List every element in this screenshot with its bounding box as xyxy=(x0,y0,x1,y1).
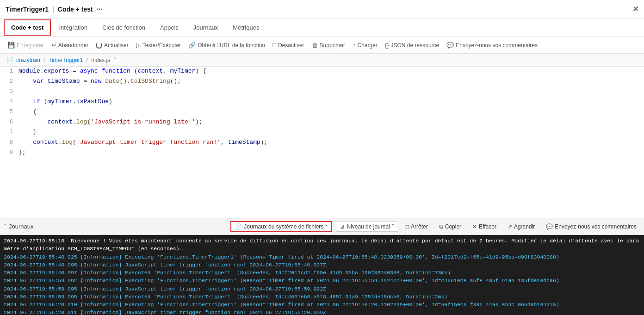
copy-button[interactable]: ⧉ Copier xyxy=(435,222,465,231)
code-line-6: 6 context.log('JavaScript is running lat… xyxy=(0,117,644,128)
tab-journaux[interactable]: Journaux xyxy=(186,20,225,35)
copy-label: Copier xyxy=(445,223,461,230)
desactiver-button[interactable]: □ Désactiver xyxy=(269,40,308,50)
expand-label: Agrandir xyxy=(514,223,535,230)
json-icon: {} xyxy=(385,42,389,49)
log-section-title[interactable]: ˅ Journaux xyxy=(4,223,33,230)
erase-icon: ✕ xyxy=(472,223,477,230)
stop-button[interactable]: □ Arrêter xyxy=(402,222,432,231)
log-output[interactable]: 2024-06-27T19:55:10 Bienvenue ! Vous ête… xyxy=(0,235,644,315)
log-line: 2024-06-27T19:55:40.095 [Information] Ja… xyxy=(4,261,640,269)
tab-integration[interactable]: Intégration xyxy=(52,20,94,35)
copy-icon: ⧉ xyxy=(439,223,443,230)
more-options-icon[interactable]: ··· xyxy=(97,5,103,13)
breadcrumb-sep-1: / xyxy=(42,57,47,63)
commentaires-button[interactable]: 💬 Envoyez-nous vos commentaires xyxy=(443,40,541,50)
code-line-7: 7 } xyxy=(0,128,644,138)
erase-label: Effacer xyxy=(479,223,496,230)
enregistrer-button[interactable]: 💾 Enregistrer xyxy=(4,40,48,50)
breadcrumb: 📄 crazytrain / TimerTrigger1 / index.js … xyxy=(0,54,644,67)
breadcrumb-sep-2: / xyxy=(85,57,90,63)
log-line: 2024-06-27T19:55:10 Bienvenue ! Vous ête… xyxy=(4,237,640,253)
page-title: Code + test xyxy=(58,6,93,13)
save-icon: 💾 xyxy=(7,42,15,49)
log-feedback-icon: 💬 xyxy=(546,223,553,230)
breadcrumb-indexjs: index.js xyxy=(92,57,111,63)
tab-cles-fonction[interactable]: Clés de fonction xyxy=(95,20,152,35)
log-level-button[interactable]: ⊿ Niveau de journal ˅ xyxy=(336,222,398,232)
close-button[interactable]: ✕ xyxy=(632,6,638,13)
run-icon: ▷ xyxy=(136,42,141,49)
code-line-1: 1 module.exports = async function (conte… xyxy=(0,67,644,77)
main-content: 1 module.exports = async function (conte… xyxy=(0,67,644,315)
code-line-5: 5 { xyxy=(0,107,644,117)
code-line-9: 9 }; xyxy=(0,148,644,158)
file-logs-caret: ˅ xyxy=(325,224,328,229)
delete-icon: 🗑 xyxy=(312,42,318,49)
link-icon: 🔗 xyxy=(188,42,196,49)
file-logs-icon: 📄 xyxy=(235,223,242,230)
stop-icon: □ xyxy=(406,223,409,230)
toolbar: 💾 Enregistrer ↩ Abandonner Actualiser ▷ … xyxy=(0,37,644,54)
feedback-icon: 💬 xyxy=(446,42,454,49)
log-line: 2024-06-27T19:55:59.992 [Information] Ex… xyxy=(4,277,640,284)
breadcrumb-timertrigger1[interactable]: TimerTrigger1 xyxy=(49,57,83,63)
supprimer-button[interactable]: 🗑 Supprimer xyxy=(308,40,349,50)
log-feedback-button[interactable]: 💬 Envoyez-nous vos commentaires xyxy=(542,222,640,231)
undo-icon: ↩ xyxy=(51,42,56,49)
expand-button[interactable]: ↗ Agrandir xyxy=(504,222,539,231)
upload-icon: ↑ xyxy=(353,42,356,49)
code-line-2: 2 var timeStamp = new Date().toISOString… xyxy=(0,77,644,87)
log-title-label: Journaux xyxy=(9,223,33,230)
abandonner-button[interactable]: ↩ Abandonner xyxy=(48,40,92,50)
log-line: 2024-06-27T19:55:40.025 [Information] Ex… xyxy=(4,253,640,261)
title-bar: TimerTrigger1 | Code + test ··· ✕ xyxy=(0,0,644,19)
filter-icon: ⊿ xyxy=(340,223,345,230)
json-ressource-button[interactable]: {} JSON de ressource xyxy=(381,40,443,50)
log-feedback-label: Envoyez-nous vos commentaires xyxy=(555,223,637,230)
title-separator: | xyxy=(52,6,54,13)
stop-label: Arrêter xyxy=(411,223,428,230)
tab-metriques[interactable]: Métriques xyxy=(226,20,266,35)
breadcrumb-crazytrain[interactable]: crazytrain xyxy=(16,57,40,63)
code-line-4: 4 if (myTimer.isPastDue) xyxy=(0,97,644,107)
actualiser-button[interactable]: Actualiser xyxy=(92,40,132,50)
breadcrumb-dropdown-icon[interactable]: ˅ xyxy=(112,57,116,63)
tester-executer-button[interactable]: ▷ Tester/Exécuter xyxy=(132,40,185,50)
log-line: 2024-06-27T19:56:20.011 [Information] Ja… xyxy=(4,309,640,315)
expand-icon: ↗ xyxy=(508,223,512,230)
erase-button[interactable]: ✕ Effacer xyxy=(469,222,500,231)
obtenir-url-button[interactable]: 🔗 Obtenir l'URL de la fonction xyxy=(185,40,269,50)
tab-appels[interactable]: Appels xyxy=(153,20,186,35)
log-chevron-icon: ˅ xyxy=(4,223,7,230)
code-line-3: 3 xyxy=(0,87,644,97)
code-line-8: 8 context.log('JavaScript timer trigger … xyxy=(0,138,644,148)
log-line: 2024-06-27T19:55:40.097 [Information] Ex… xyxy=(4,269,640,277)
log-line: 2024-06-27T19:55:59.995 [Information] Ja… xyxy=(4,285,640,293)
code-editor[interactable]: 1 module.exports = async function (conte… xyxy=(0,67,644,218)
tab-bar: Code + test Intégration Clés de fonction… xyxy=(0,19,644,37)
file-icon: 📄 xyxy=(6,57,13,63)
log-line: 2024-06-27T19:55:59.995 [Information] Ex… xyxy=(4,293,640,301)
tab-code-test[interactable]: Code + test xyxy=(4,19,51,36)
file-system-logs-button[interactable]: 📄 Journaux du système de fichiers ˅ xyxy=(230,221,332,232)
log-line: 2024-06-27T19:56:20.010 [Information] Ex… xyxy=(4,301,640,309)
log-header: ˅ Journaux 📄 Journaux du système de fich… xyxy=(0,218,644,235)
log-panel: ˅ Journaux 📄 Journaux du système de fich… xyxy=(0,218,644,315)
app-name: TimerTrigger1 xyxy=(6,6,49,13)
disable-icon: □ xyxy=(272,42,276,49)
file-logs-label: Journaux du système de fichiers xyxy=(244,223,323,230)
log-level-caret: ˅ xyxy=(392,224,394,229)
log-level-label: Niveau de journal xyxy=(347,223,390,230)
charger-button[interactable]: ↑ Charger xyxy=(349,40,381,50)
refresh-icon xyxy=(96,42,102,49)
